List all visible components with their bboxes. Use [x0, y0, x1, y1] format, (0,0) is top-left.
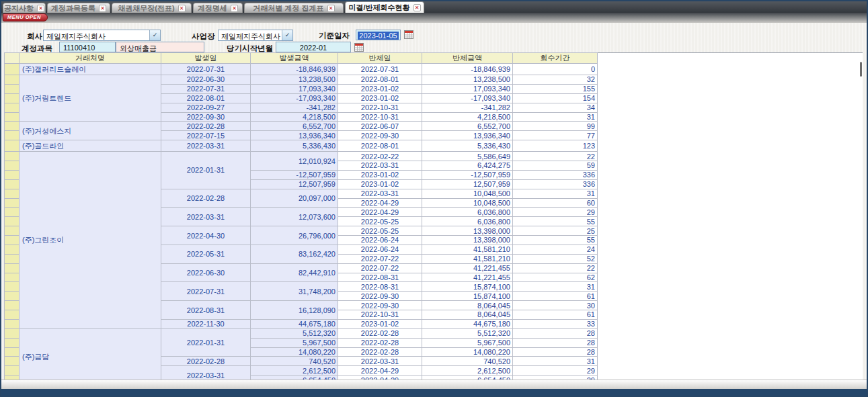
row-selector[interactable] — [5, 282, 19, 292]
occurrence-date-cell[interactable]: 2022-08-31 — [161, 301, 251, 320]
collection-days-cell[interactable]: 336 — [513, 179, 598, 189]
settlement-amount-cell[interactable]: 5,336,430 — [422, 140, 513, 152]
occurrence-amount-cell[interactable]: -17,093,340 — [251, 93, 338, 103]
row-selector[interactable] — [5, 328, 19, 338]
row-selector[interactable] — [5, 273, 19, 282]
settlement-date-cell[interactable]: 2022-08-01 — [338, 140, 422, 152]
collection-days-cell[interactable]: 31 — [513, 357, 598, 366]
vertical-scrollbar[interactable] — [859, 54, 863, 376]
occurrence-amount-cell[interactable]: 4,218,500 — [251, 112, 338, 122]
occurrence-date-cell[interactable]: 2022-03-31 — [161, 140, 251, 152]
settlement-amount-cell[interactable]: 6,036,800 — [422, 217, 513, 226]
settlement-date-cell[interactable]: 2022-04-29 — [338, 198, 422, 208]
col-header-occurrence-date[interactable]: 발생일 — [161, 53, 251, 64]
settlement-date-cell[interactable]: 2022-06-24 — [338, 245, 422, 254]
settlement-date-cell[interactable]: 2022-06-07 — [338, 122, 422, 131]
calendar-icon[interactable] — [354, 42, 364, 52]
tab-notice[interactable]: 공지사항 ✕ — [3, 3, 46, 13]
occurrence-amount-cell[interactable]: 740,520 — [251, 357, 338, 366]
collection-days-cell[interactable]: 25 — [513, 226, 598, 236]
start-month-input[interactable]: 2022-01 — [276, 42, 351, 52]
row-selector[interactable] — [5, 366, 19, 376]
settlement-amount-cell[interactable]: -18,846,939 — [422, 64, 513, 75]
row-selector[interactable] — [5, 112, 19, 122]
site-select[interactable]: 제일제지주식회사 ✓ — [218, 30, 293, 41]
settlement-amount-cell[interactable]: 41,581,210 — [422, 245, 513, 254]
settlement-amount-cell[interactable]: 41,221,455 — [422, 273, 513, 282]
settlement-amount-cell[interactable]: 13,936,340 — [422, 131, 513, 140]
chevron-down-icon[interactable]: ✓ — [149, 30, 160, 40]
occurrence-amount-cell[interactable]: 83,162,420 — [251, 245, 338, 263]
occurrence-amount-cell[interactable]: -18,846,939 — [251, 64, 338, 75]
collection-days-cell[interactable]: 336 — [513, 170, 598, 179]
settlement-amount-cell[interactable]: 41,221,455 — [422, 263, 513, 273]
occurrence-amount-cell[interactable]: 2,612,500 — [251, 366, 338, 376]
settlement-date-cell[interactable]: 2022-03-31 — [338, 189, 422, 198]
menu-open-button[interactable]: MENU OPEN — [3, 13, 48, 21]
collection-days-cell[interactable]: 77 — [513, 131, 598, 140]
row-selector[interactable] — [5, 189, 19, 198]
row-selector[interactable] — [5, 357, 19, 366]
occurrence-date-cell[interactable]: 2022-01-31 — [161, 328, 251, 357]
settlement-date-cell[interactable]: 2022-08-01 — [338, 75, 422, 85]
settlement-amount-cell[interactable]: 44,675,180 — [422, 319, 513, 328]
settlement-amount-cell[interactable]: 10,048,500 — [422, 198, 513, 208]
row-selector[interactable] — [5, 263, 19, 273]
collection-days-cell[interactable]: 24 — [513, 245, 598, 254]
occurrence-amount-cell[interactable]: 16,128,090 — [251, 301, 338, 320]
collection-days-cell[interactable]: 0 — [513, 64, 598, 75]
tab-close-icon[interactable]: ✕ — [231, 5, 238, 12]
row-selector[interactable] — [5, 319, 19, 328]
settlement-amount-cell[interactable]: 13,398,000 — [422, 236, 513, 245]
settlement-date-cell[interactable]: 2022-10-31 — [338, 310, 422, 320]
occurrence-date-cell[interactable]: 2022-02-28 — [161, 122, 251, 131]
collection-days-cell[interactable]: 99 — [513, 122, 598, 131]
settlement-date-cell[interactable]: 2022-05-25 — [338, 217, 422, 226]
settlement-date-cell[interactable]: 2023-01-02 — [338, 179, 422, 189]
settlement-amount-cell[interactable]: 5,967,500 — [422, 338, 513, 347]
collection-days-cell[interactable]: 31 — [513, 112, 598, 122]
settlement-amount-cell[interactable]: -341,282 — [422, 103, 513, 112]
row-selector[interactable] — [5, 310, 19, 320]
base-date-input[interactable]: 2023-01-05 — [356, 30, 401, 40]
settlement-amount-cell[interactable]: 5,586,649 — [422, 152, 513, 161]
settlement-amount-cell[interactable]: 17,093,340 — [422, 84, 513, 93]
settlement-amount-cell[interactable]: 10,048,500 — [422, 189, 513, 198]
collection-days-cell[interactable]: 22 — [513, 152, 598, 161]
occurrence-date-cell[interactable]: 2022-07-31 — [161, 282, 251, 301]
tab-close-icon[interactable]: ✕ — [37, 5, 44, 12]
occurrence-date-cell[interactable]: 2022-08-01 — [161, 93, 251, 103]
settlement-amount-cell[interactable]: 6,424,275 — [422, 161, 513, 171]
collection-days-cell[interactable]: 32 — [513, 75, 598, 85]
row-selector[interactable] — [5, 75, 19, 85]
collection-days-cell[interactable]: 155 — [513, 84, 598, 93]
row-selector[interactable] — [5, 292, 19, 301]
occurrence-date-cell[interactable]: 2022-07-31 — [161, 84, 251, 93]
settlement-date-cell[interactable]: 2023-01-02 — [338, 84, 422, 93]
collection-days-cell[interactable]: 28 — [513, 347, 598, 357]
row-selector[interactable] — [5, 93, 19, 103]
occurrence-amount-cell[interactable]: -341,282 — [251, 103, 338, 112]
customer-name-cell[interactable]: (주)거림트렌드 — [19, 75, 161, 122]
collection-days-cell[interactable]: 52 — [513, 254, 598, 263]
settlement-amount-cell[interactable]: 13,238,500 — [422, 75, 513, 85]
tab-close-icon[interactable]: ✕ — [413, 4, 421, 11]
occurrence-amount-cell[interactable]: 20,097,000 — [251, 189, 338, 208]
row-selector[interactable] — [5, 198, 19, 208]
col-header-settlement-date[interactable]: 반제일 — [338, 53, 422, 64]
row-selector[interactable] — [5, 245, 19, 254]
row-selector[interactable] — [5, 131, 19, 140]
settlement-date-cell[interactable]: 2022-10-31 — [338, 103, 422, 112]
settlement-date-cell[interactable]: 2023-01-02 — [338, 319, 422, 328]
collection-days-cell[interactable]: 31 — [513, 282, 598, 292]
collection-days-cell[interactable]: 59 — [513, 161, 598, 171]
customer-name-cell[interactable]: (주)금담 — [19, 328, 161, 384]
customer-name-cell[interactable]: (주)갤러리드슬레이 — [19, 64, 161, 75]
settlement-amount-cell[interactable]: 15,874,100 — [422, 292, 513, 301]
occurrence-date-cell[interactable]: 2022-01-31 — [161, 152, 251, 189]
account-name-input[interactable]: 외상매출금 — [116, 42, 204, 52]
tab-close-icon[interactable]: ✕ — [327, 5, 335, 12]
settlement-date-cell[interactable]: 2022-04-29 — [338, 366, 422, 376]
occurrence-amount-cell[interactable]: 44,675,180 — [251, 319, 338, 328]
settlement-date-cell[interactable]: 2022-03-31 — [338, 357, 422, 366]
